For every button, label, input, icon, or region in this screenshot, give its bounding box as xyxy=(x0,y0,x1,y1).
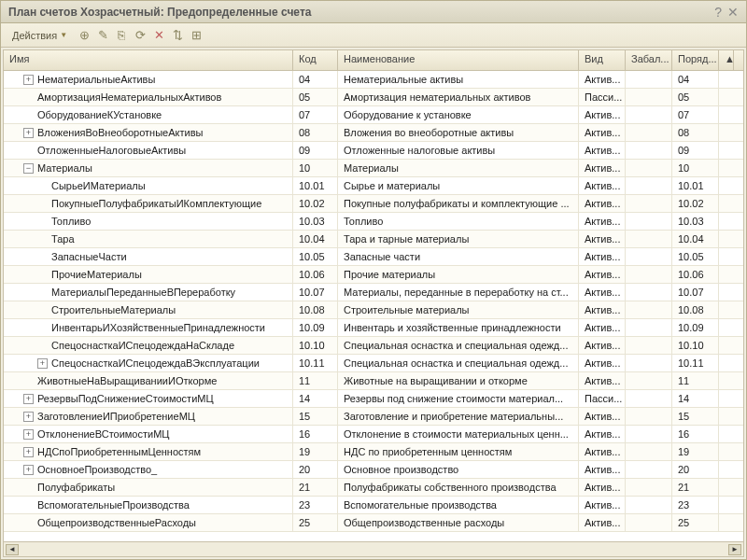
table-row[interactable]: ПрочиеМатериалы10.06Прочие материалыАкти… xyxy=(4,266,743,284)
scroll-left-icon[interactable]: ◄ xyxy=(6,544,19,555)
collapse-icon[interactable]: − xyxy=(23,163,34,174)
add-icon[interactable]: ⊕ xyxy=(77,28,92,43)
cell-code: 04 xyxy=(293,71,338,88)
table-row[interactable]: МатериалыПереданныеВПереработку10.07Мате… xyxy=(4,284,743,301)
cell-name: +РезервыПодСнижениеСтоимостиМЦ xyxy=(4,390,293,407)
close-icon[interactable]: ✕ xyxy=(727,5,739,20)
row-name: ОтклонениеВСтоимостиМЦ xyxy=(37,428,169,440)
cell-code: 10.06 xyxy=(293,266,338,283)
table-row[interactable]: ЖивотныеНаВыращиванииИОткорме11Животные … xyxy=(4,372,743,390)
table-row[interactable]: −Материалы10МатериалыАктив...10 xyxy=(4,160,743,177)
cell-order: 10.10 xyxy=(672,337,719,354)
cell-desc: Прочие материалы xyxy=(338,266,579,283)
expand-icon[interactable]: + xyxy=(23,447,34,457)
header-order[interactable]: Поряд... xyxy=(672,50,719,70)
toolbar: Действия ▼ ⊕ ✎ ⎘ ⟳ ✕ ⇅ ⊞ xyxy=(1,23,746,48)
table-row[interactable]: СырьеИМатериалы10.01Сырье и материалыАкт… xyxy=(4,177,743,195)
cell-kind: Актив... xyxy=(579,497,626,513)
table-row[interactable]: +РезервыПодСнижениеСтоимостиМЦ14Резервы … xyxy=(4,390,743,408)
help-icon[interactable]: ? xyxy=(714,5,722,20)
cell-code: 10.08 xyxy=(293,301,338,318)
table-row[interactable]: +ЗаготовлениеИПриобретениеМЦ15Заготовлен… xyxy=(4,408,743,426)
header-scroll-gap: ▲ xyxy=(719,50,734,70)
row-name: Топливо xyxy=(51,216,91,227)
actions-menu[interactable]: Действия ▼ xyxy=(7,28,73,43)
header-name[interactable]: Имя xyxy=(4,50,293,70)
header-kind[interactable]: Вид xyxy=(579,50,626,70)
edit-icon[interactable]: ✎ xyxy=(95,28,110,43)
table-row[interactable]: Полуфабрикаты21Полуфабрикаты собственног… xyxy=(4,479,743,497)
expand-icon[interactable]: + xyxy=(23,75,34,85)
cell-kind: Актив... xyxy=(579,337,626,354)
table-row[interactable]: ОтложенныеНалоговыеАктивы09Отложенные на… xyxy=(4,142,743,160)
expand-icon[interactable]: + xyxy=(23,412,34,422)
cell-order: 20 xyxy=(672,461,719,478)
cell-desc: Материалы, переданные в переработку на с… xyxy=(338,284,579,301)
header-zabal[interactable]: Забал... xyxy=(626,50,672,70)
row-name: СтроительныеМатериалы xyxy=(51,304,176,315)
cell-zabal xyxy=(626,106,672,123)
table-row[interactable]: +СпецоснасткаИСпецодеждаВЭксплуатации10.… xyxy=(4,355,743,372)
delete-icon[interactable]: ✕ xyxy=(151,28,166,43)
cell-order: 19 xyxy=(672,443,719,460)
tree-icon[interactable]: ⊞ xyxy=(189,28,204,43)
table-row[interactable]: ОбщепроизводственныеРасходы25Общепроизво… xyxy=(4,514,743,532)
header-desc[interactable]: Наименование xyxy=(338,50,579,70)
move-icon[interactable]: ⇅ xyxy=(170,28,185,43)
table-row[interactable]: +НДСпоПриобретеннымЦенностям19НДС по при… xyxy=(4,443,743,461)
table-row[interactable]: ВспомогательныеПроизводства23Вспомогател… xyxy=(4,497,743,514)
cell-kind: Актив... xyxy=(579,231,626,247)
cell-kind: Актив... xyxy=(579,177,626,194)
copy-icon[interactable]: ⎘ xyxy=(114,28,129,43)
cell-zabal xyxy=(626,142,672,159)
expand-icon[interactable]: + xyxy=(23,429,34,440)
cell-code: 10.04 xyxy=(293,231,338,247)
cell-zabal xyxy=(626,248,672,265)
table-row[interactable]: +ОтклонениеВСтоимостиМЦ16Отклонение в ст… xyxy=(4,426,743,443)
cell-kind: Актив... xyxy=(579,213,626,230)
cell-kind: Актив... xyxy=(579,106,626,123)
expand-icon[interactable]: + xyxy=(23,394,34,404)
cell-desc: Специальная оснастка и специальная одежд… xyxy=(338,337,579,354)
header-code[interactable]: Код xyxy=(293,50,338,70)
expand-icon[interactable]: + xyxy=(23,128,34,138)
cell-zabal xyxy=(626,461,672,478)
table-row[interactable]: АмортизацияНематериальныхАктивов05Аморти… xyxy=(4,89,743,106)
table-row[interactable]: ОборудованиеКУстановке07Оборудование к у… xyxy=(4,106,743,124)
cell-kind: Актив... xyxy=(579,266,626,283)
cell-name: +ОтклонениеВСтоимостиМЦ xyxy=(4,426,293,442)
cell-desc: Отложенные налоговые активы xyxy=(338,142,579,159)
table-row[interactable]: СпецоснасткаИСпецодеждаНаСкладе10.10Спец… xyxy=(4,337,743,355)
scroll-right-icon[interactable]: ► xyxy=(728,544,741,555)
accounts-grid: Имя Код Наименование Вид Забал... Поряд.… xyxy=(3,49,744,557)
table-row[interactable]: +ВложенияВоВнеоборотныеАктивы08Вложения … xyxy=(4,124,743,142)
cell-code: 20 xyxy=(293,461,338,478)
expand-icon[interactable]: + xyxy=(23,465,34,475)
cell-zabal xyxy=(626,213,672,230)
cell-order: 04 xyxy=(672,71,719,88)
cell-order: 23 xyxy=(672,497,719,513)
refresh-icon[interactable]: ⟳ xyxy=(133,28,148,43)
horizontal-scrollbar[interactable]: ◄ ► xyxy=(4,541,743,556)
table-row[interactable]: +ОсновноеПроизводство_20Основное произво… xyxy=(4,461,743,479)
cell-code: 05 xyxy=(293,89,338,105)
cell-name: +НДСпоПриобретеннымЦенностям xyxy=(4,443,293,460)
table-row[interactable]: +НематериальныеАктивы04Нематериальные ак… xyxy=(4,71,743,89)
table-row[interactable]: ИнвентарьИХозяйственныеПринадлежности10.… xyxy=(4,319,743,337)
cell-order: 10.05 xyxy=(672,248,719,265)
table-row[interactable]: ЗапасныеЧасти10.05Запасные частиАктив...… xyxy=(4,248,743,266)
cell-code: 10.11 xyxy=(293,355,338,371)
table-row[interactable]: Тара10.04Тара и тарные материалыАктив...… xyxy=(4,231,743,248)
cell-name: ОтложенныеНалоговыеАктивы xyxy=(4,142,293,159)
table-row[interactable]: Топливо10.03ТопливоАктив...10.03 xyxy=(4,213,743,231)
table-row[interactable]: ПокупныеПолуфабрикатыИКомплектующие10.02… xyxy=(4,195,743,213)
cell-order: 10.04 xyxy=(672,231,719,247)
cell-order: 10.08 xyxy=(672,301,719,318)
grid-body[interactable]: +НематериальныеАктивы04Нематериальные ак… xyxy=(4,71,743,541)
cell-code: 10.09 xyxy=(293,319,338,336)
table-row[interactable]: СтроительныеМатериалы10.08Строительные м… xyxy=(4,301,743,319)
cell-kind: Пасси... xyxy=(579,390,626,407)
cell-code: 11 xyxy=(293,372,338,389)
expand-icon[interactable]: + xyxy=(37,358,48,369)
cell-zabal xyxy=(626,337,672,354)
